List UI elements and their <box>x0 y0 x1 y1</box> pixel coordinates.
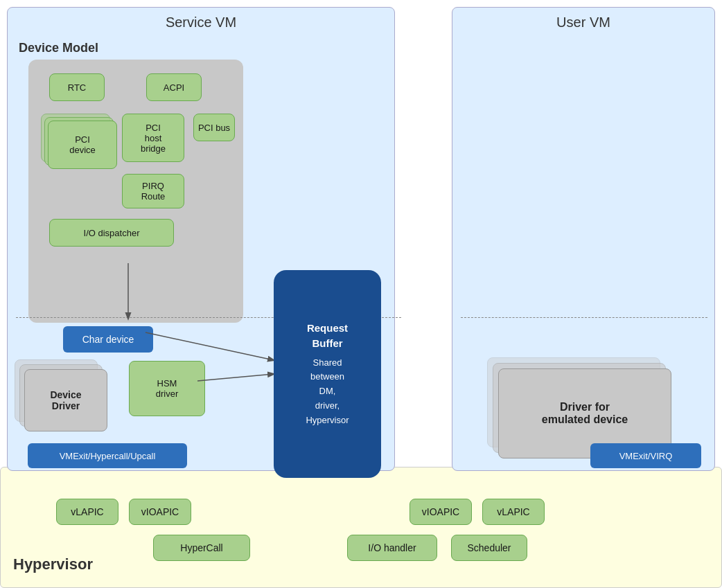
request-buffer-box: RequestBuffer SharedbetweenDM,driver,Hyp… <box>274 270 381 478</box>
hypercall-box: HyperCall <box>153 535 250 561</box>
device-driver-stack: DeviceDriver <box>15 359 98 422</box>
pci-host-bridge-box: PCIhostbridge <box>122 114 184 162</box>
pirq-route-box: PIRQRoute <box>122 174 184 208</box>
hsm-driver-box: HSMdriver <box>129 361 205 416</box>
vlapic-right-box: vLAPIC <box>482 499 545 525</box>
pci-device-stack: PCIdevice <box>41 114 110 162</box>
io-handler-box: I/O handler <box>347 535 437 561</box>
user-vm-area: User VM Driver foremulated device <box>452 7 715 471</box>
boundary-line-user <box>461 317 707 318</box>
hypervisor-label: Hypervisor <box>13 555 93 573</box>
request-buffer-title: RequestBuffer <box>307 321 348 352</box>
hypervisor-section: Hypervisor vLAPIC vIOAPIC vIOAPIC vLAPIC… <box>0 467 722 588</box>
acpi-box: ACPI <box>146 73 202 101</box>
vmexit-virq-button: VMExit/VIRQ <box>590 443 701 468</box>
vioapic-right-box: vIOAPIC <box>410 499 472 525</box>
pci-device-front: PCIdevice <box>48 121 117 169</box>
request-buffer-subtitle: SharedbetweenDM,driver,Hypervisor <box>306 356 349 428</box>
user-vm-label: User VM <box>556 15 610 30</box>
io-dispatcher-box: I/O dispatcher <box>49 219 174 247</box>
vlapic-left-box: vLAPIC <box>56 499 118 525</box>
scheduler-box: Scheduler <box>451 535 527 561</box>
emulated-driver-stack: Driver foremulated device <box>487 357 660 447</box>
vmexit-hypercall-button: VMExit/Hypercall/Upcall <box>28 443 187 468</box>
vioapic-left-box: vIOAPIC <box>129 499 191 525</box>
rtc-box: RTC <box>49 73 105 101</box>
diagram-container: Hypervisor vLAPIC vIOAPIC vIOAPIC vLAPIC… <box>0 0 722 588</box>
pci-bus-box: PCI bus <box>193 114 235 141</box>
dd-front: DeviceDriver <box>24 369 107 431</box>
service-vm-label: Service VM <box>166 15 236 30</box>
device-model-label: Device Model <box>19 41 98 55</box>
char-device-box: Char device <box>63 326 153 353</box>
device-model-box: RTC ACPI PCIdevice PCIhostbridge PCI bus <box>28 60 243 323</box>
